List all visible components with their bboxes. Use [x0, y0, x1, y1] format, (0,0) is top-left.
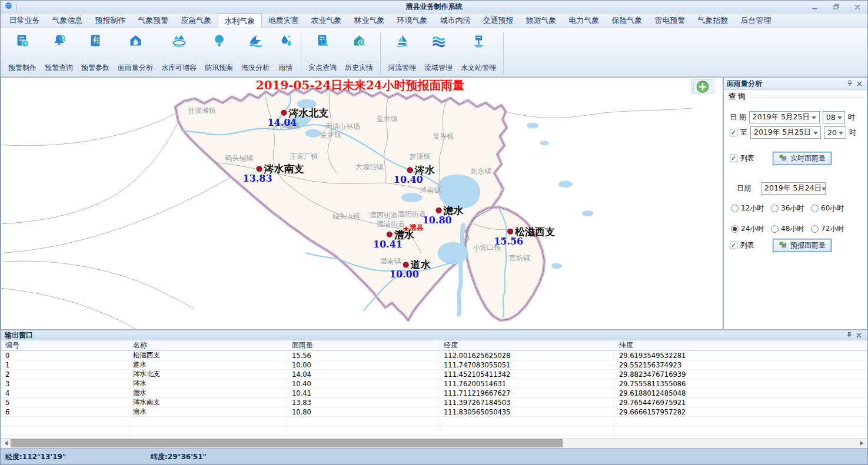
- table-row[interactable]: 5涔水南支13.83111.39726718450329.76544769759…: [1, 398, 867, 407]
- table-cell: 0: [1, 351, 128, 360]
- close-button[interactable]: [851, 2, 864, 12]
- toolbar-button-水库可增容[interactable]: 水库可增容: [157, 31, 201, 75]
- close-output-button[interactable]: [854, 331, 863, 340]
- toolbar-button-历史灾情[interactable]: 历史灾情: [341, 31, 377, 75]
- toolbar-button-预警制作[interactable]: 预警制作: [4, 31, 41, 75]
- toolbar-button-label: 河流管理: [388, 63, 416, 73]
- scroll-right-button[interactable]: [857, 439, 867, 448]
- pin-output-button[interactable]: [844, 331, 854, 340]
- station-marker-澧水[interactable]: [387, 232, 392, 237]
- map-search-icon: [779, 240, 787, 249]
- menu-item-电力气象[interactable]: 电力气象: [563, 14, 606, 28]
- table-row[interactable]: 0松滋西支15.56112.00162562502829.61935495322…: [1, 351, 867, 360]
- menu-item-后台管理[interactable]: 后台管理: [734, 14, 777, 28]
- toolbar-button-流域管理[interactable]: 流域管理: [420, 31, 457, 75]
- column-header-名称[interactable]: 名称: [128, 340, 287, 350]
- window-title: 澧县业务制作系统: [1, 2, 867, 12]
- to-checkbox[interactable]: [730, 129, 737, 136]
- forecast-rain-button[interactable]: 预报面雨量: [773, 239, 832, 252]
- menu-item-雷电预警[interactable]: 雷电预警: [648, 14, 691, 28]
- toolbar-button-预警查询[interactable]: 预警查询: [41, 31, 77, 75]
- column-header-编号[interactable]: 编号: [1, 340, 128, 350]
- start-hour-select[interactable]: 08: [823, 111, 845, 123]
- forecast-date-select[interactable]: 2019年 5月24日: [761, 182, 826, 195]
- table-cell: 111.830565050435: [439, 407, 614, 416]
- station-marker-澹水[interactable]: [436, 208, 441, 213]
- radio-36小时[interactable]: 36小时: [771, 203, 811, 213]
- menu-item-保险气象[interactable]: 保险气象: [606, 14, 648, 28]
- forecast-list-checkbox[interactable]: [730, 242, 737, 249]
- radio-12小时[interactable]: 12小时: [731, 203, 771, 213]
- history-house-icon: [351, 33, 367, 49]
- menu-item-日常业务[interactable]: 日常业务: [3, 14, 46, 28]
- station-marker-道水[interactable]: [403, 262, 408, 267]
- station-marker-涔水北支[interactable]: [281, 110, 287, 115]
- forecast-list-row: 列表 预报面雨量: [730, 239, 832, 252]
- menu-item-交通预报[interactable]: 交通预报: [477, 14, 520, 28]
- toolbar-button-预警参数[interactable]: 预警参数: [77, 31, 114, 75]
- table-cell: 13.83: [287, 398, 439, 407]
- panel-title: 面雨量分析: [727, 79, 762, 89]
- realtime-rain-button[interactable]: 实时面雨量: [773, 152, 832, 165]
- start-date-select[interactable]: 2019年 5月25日: [749, 111, 820, 123]
- scrollbar-thumb[interactable]: [11, 439, 563, 447]
- menu-item-环境气象[interactable]: 环境气象: [391, 14, 434, 28]
- list-checkbox[interactable]: [730, 155, 737, 162]
- restore-button[interactable]: [830, 2, 843, 12]
- toolbar-button-防汛预案[interactable]: 防汛预案: [201, 31, 237, 75]
- menu-item-水利气象[interactable]: 水利气象: [218, 14, 262, 28]
- table-row[interactable]: 4澧水10.41111.71121966762729.6188012485048: [1, 389, 867, 398]
- radio-72小时[interactable]: 72小时: [811, 224, 856, 234]
- table-row[interactable]: 1道水10.00111.74708305505129.552156374923: [1, 360, 867, 370]
- menu-item-预报制作[interactable]: 预报制作: [89, 14, 132, 28]
- column-header-纬度[interactable]: 纬度: [614, 340, 867, 350]
- pin-panel-button[interactable]: [845, 79, 854, 88]
- toolbar-separator: [503, 32, 504, 73]
- town-label-城头山镇: 城头山镇: [332, 212, 360, 220]
- station-marker-涔水[interactable]: [407, 168, 413, 173]
- station-marker-松滋西支[interactable]: [508, 229, 513, 234]
- menu-item-应急气象[interactable]: 应急气象: [175, 14, 218, 28]
- map-canvas[interactable]: 甘溪滩镇火连坡镇天供山林场金罗镇盐井镇复兴镇码头铺镇王家厂镇大堰垱镇梦溪镇涔南镇…: [1, 77, 723, 330]
- forecast-list-label: 列表: [740, 240, 754, 250]
- menu-item-林业气象[interactable]: 林业气象: [348, 14, 391, 28]
- end-date-select[interactable]: 2019年 5月25日: [750, 126, 821, 139]
- column-header-面雨量[interactable]: 面雨量: [287, 340, 439, 350]
- radio-48小时[interactable]: 48小时: [771, 224, 811, 234]
- minimize-button[interactable]: [809, 2, 822, 12]
- table-row[interactable]: 3涔水10.40111.7620051463129.7555811355086: [1, 379, 867, 389]
- menu-item-地质灾害[interactable]: 地质灾害: [262, 14, 305, 28]
- menu-item-旅游气象[interactable]: 旅游气象: [520, 14, 563, 28]
- radio-60小时[interactable]: 60小时: [811, 203, 856, 213]
- menu-item-农业气象[interactable]: 农业气象: [305, 14, 348, 28]
- menu-item-城市内涝[interactable]: 城市内涝: [434, 14, 477, 28]
- menu-item-气象预警[interactable]: 气象预警: [132, 14, 175, 28]
- table-row[interactable]: 2涔水北支14.04111.45210541134229.88234767169…: [1, 370, 867, 379]
- table-cell: 5: [1, 398, 128, 407]
- table-row[interactable]: [1, 426, 867, 436]
- end-hour-select[interactable]: 20: [824, 126, 846, 139]
- radio-24小时[interactable]: 24小时: [731, 224, 771, 234]
- toolbar: 预警制作预警查询预警参数面雨量分析水库可增容防汛预案淹没分析雨情灾点查询历史灾情…: [1, 28, 867, 77]
- menu-item-气象指数[interactable]: 气象指数: [691, 14, 734, 28]
- table-cell: 29.7555811355086: [614, 379, 867, 388]
- station-marker-涔水南支[interactable]: [257, 166, 262, 172]
- town-label-天供山林场: 天供山林场: [325, 122, 360, 131]
- table-cell: 10.41: [287, 389, 439, 397]
- town-label-大堰垱镇: 大堰垱镇: [355, 163, 384, 171]
- menu-item-气象信息[interactable]: 气象信息: [46, 14, 89, 28]
- toolbar-button-河流管理[interactable]: 河流管理: [384, 31, 420, 75]
- horizontal-scrollbar[interactable]: [1, 438, 867, 448]
- close-panel-button[interactable]: [854, 79, 864, 88]
- table-row[interactable]: [1, 417, 867, 426]
- scroll-left-button[interactable]: [1, 439, 11, 448]
- table-cell: [1, 417, 128, 426]
- toolbar-button-灾点查询[interactable]: 灾点查询: [304, 31, 341, 75]
- column-header-经度[interactable]: 经度: [439, 340, 614, 350]
- toolbar-button-雨情[interactable]: 雨情: [274, 31, 298, 75]
- close-icon: [853, 3, 862, 11]
- table-row[interactable]: 6澹水10.80111.83056505043529.6666157957282: [1, 407, 867, 417]
- toolbar-button-面雨量分析[interactable]: 面雨量分析: [114, 31, 157, 75]
- toolbar-button-水文站管理[interactable]: 水文站管理: [457, 31, 500, 75]
- toolbar-button-淹没分析[interactable]: 淹没分析: [237, 31, 274, 75]
